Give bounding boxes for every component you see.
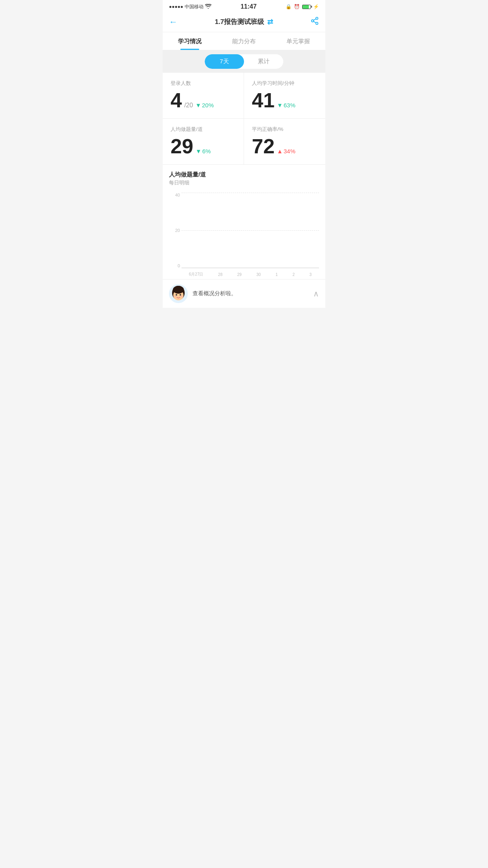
stats-grid: 登录人数 4 /20 ▼ 20% 人均学习时间/分钟 41 ▼ 63% 人均做题… [163,73,325,165]
stat-avg-q-change: ▼ 6% [196,148,211,154]
chart-subtitle: 每日明细 [169,179,319,186]
back-button[interactable]: ← [169,17,178,27]
battery-icon [302,5,311,9]
x-label-6: 3 [310,272,312,277]
chat-message-text: 查看概况分析啦。 [193,290,308,297]
stat-accuracy-number: 72 [252,136,275,156]
stat-accuracy-values: 72 ▲ 34% [252,136,317,156]
toggle-7days[interactable]: 7天 [205,54,244,69]
carrier-name: 中国移动 [185,4,204,10]
share-button[interactable] [310,17,319,27]
status-left: ●●●●● 中国移动 [169,4,211,10]
stat-avg-questions: 人均做题量/道 29 ▼ 6% [163,119,244,164]
down-arrow-icon: ▼ [195,102,201,108]
stat-avg-q-values: 29 ▼ 6% [171,136,236,156]
stat-accuracy: 平均正确率/% 72 ▲ 34% [244,119,325,164]
status-bar: ●●●●● 中国移动 11:47 🔒 ⏰ ⚡ [163,0,325,12]
svg-point-9 [180,294,181,296]
svg-point-8 [176,294,177,296]
y-label-0: 0 [169,263,182,268]
x-label-4: 1 [275,272,278,277]
stat-avg-time: 人均学习时间/分钟 41 ▼ 63% [244,73,325,119]
stat-avg-time-values: 41 ▼ 63% [252,90,317,110]
header-title: 1.7报告测试班级 ⇄ [215,17,273,26]
down-arrow-icon-2: ▼ [277,102,283,108]
avatar-svg [169,284,188,303]
x-label-2: 29 [237,272,242,277]
chart-bars [182,193,319,268]
x-label-0: 6月27日 [189,272,204,277]
svg-point-7 [173,286,184,294]
svg-line-4 [314,19,316,20]
tab-bar: 学习情况 能力分布 单元掌握 [163,32,325,50]
alarm-icon: ⏰ [294,4,300,9]
stat-login-count: 登录人数 4 /20 ▼ 20% [163,73,244,119]
stat-accuracy-change: ▲ 34% [277,148,295,154]
stat-login-label: 登录人数 [171,80,236,87]
header: ← 1.7报告测试班级 ⇄ [163,12,325,32]
stat-accuracy-label: 平均正确率/% [252,126,317,133]
status-time: 11:47 [240,3,257,10]
charging-icon: ⚡ [313,4,319,9]
up-arrow-icon: ▲ [277,148,283,154]
title-text: 1.7报告测试班级 [215,17,264,26]
bottom-chat: 查看概况分析啦。 ∧ [163,279,325,308]
tab-ability[interactable]: 能力分布 [217,32,271,50]
toggle-cumulative[interactable]: 累计 [244,54,283,69]
svg-line-3 [314,21,316,23]
stat-avg-time-number: 41 [252,90,275,110]
lock-icon: 🔒 [286,4,292,9]
signal-dots: ●●●●● [169,4,183,9]
svg-point-10 [174,296,176,297]
stat-login-sub: /20 [184,102,193,109]
avatar [169,284,188,303]
wifi-icon [205,4,211,10]
x-label-3: 30 [257,272,261,277]
chart-title: 人均做题量/道 [169,171,319,178]
chart-section: 人均做题量/道 每日明细 40 20 0 [163,165,325,279]
x-label-1: 28 [218,272,222,277]
stat-avg-q-label: 人均做题量/道 [171,126,236,133]
status-right: 🔒 ⏰ ⚡ [286,4,319,9]
chat-expand-button[interactable]: ∧ [313,289,319,298]
stat-login-change: ▼ 20% [195,102,214,108]
svg-point-11 [180,296,183,297]
stat-login-number: 4 [171,90,182,110]
y-label-20: 20 [169,228,182,233]
shuffle-icon[interactable]: ⇄ [267,18,273,26]
stat-avg-time-label: 人均学习时间/分钟 [252,80,317,87]
tab-study[interactable]: 学习情况 [163,32,217,50]
y-label-40: 40 [169,193,182,197]
period-toggle: 7天 累计 [205,54,283,69]
tab-unit[interactable]: 单元掌握 [271,32,325,50]
chart-inner [182,193,319,268]
down-arrow-icon-3: ▼ [196,148,202,154]
stat-avg-q-number: 29 [171,136,193,156]
chart-area: 40 20 0 [169,193,319,279]
x-labels: 6月27日 28 29 30 1 2 3 [182,270,319,279]
stat-avg-time-change: ▼ 63% [277,102,295,108]
x-label-5: 2 [292,272,295,277]
period-toggle-bar: 7天 累计 [163,50,325,73]
stat-login-values: 4 /20 ▼ 20% [171,90,236,110]
